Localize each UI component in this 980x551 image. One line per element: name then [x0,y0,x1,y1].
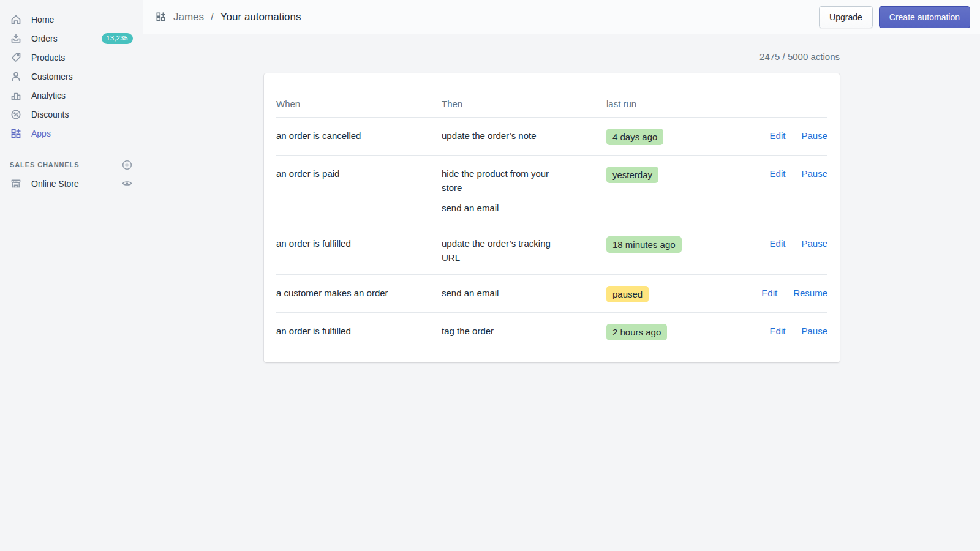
automation-trigger: an order is cancelled [276,129,420,143]
sales-channels-title: SALES CHANNELS [10,161,79,168]
main-content: 2475 / 5000 actions When Then last run a… [143,34,980,551]
automation-action: update the order’s tracking URL [442,236,571,264]
sidebar-item-label: Orders [31,34,58,43]
sidebar-item-label: Customers [31,72,73,81]
sidebar-item-orders[interactable]: Orders 13,235 [0,29,143,48]
sidebar-item-products[interactable]: Products [0,48,143,67]
automation-trigger: an order is fulfilled [276,236,420,250]
last-run-badge: 4 days ago [606,129,663,145]
sidebar-item-discounts[interactable]: Discounts [0,105,143,124]
automation-action: send an email [442,201,571,215]
sidebar-item-label: Apps [31,129,51,138]
topbar-actions: Upgrade Create automation [819,6,970,28]
add-sales-channel-icon[interactable] [121,159,133,171]
sidebar: Home Orders 13,235 Products Customers An… [0,0,143,551]
edit-link[interactable]: Edit [770,167,786,181]
breadcrumb: James / Your automations [155,11,301,23]
sidebar-item-label: Home [31,15,54,24]
discounts-icon [10,108,22,121]
automation-action: send an email [442,286,571,300]
breadcrumb-separator: / [211,11,214,23]
pause-link[interactable]: Pause [801,324,827,338]
apps-icon [10,127,22,140]
sidebar-item-customers[interactable]: Customers [0,67,143,86]
edit-link[interactable]: Edit [770,324,786,338]
table-row: an order is cancelled update the order’s… [276,118,827,156]
last-run-badge: 18 minutes ago [606,236,682,253]
table-row: an order is fulfilled update the order’s… [276,225,827,275]
automation-trigger: an order is fulfilled [276,324,420,338]
pause-link[interactable]: Pause [801,236,827,250]
topbar: James / Your automations Upgrade Create … [143,0,980,34]
apps-grid-icon [155,11,167,23]
table-row: an order is fulfilled tag the order 2 ho… [276,313,827,350]
automation-trigger: a customer makes an order [276,286,420,300]
column-header-then: Then [442,73,606,117]
automation-action: update the order’s note [442,129,571,143]
pause-link[interactable]: Pause [801,129,827,143]
home-icon [10,13,22,26]
pause-link[interactable]: Pause [801,167,827,181]
table-row: an order is paid hide the product from y… [276,156,827,225]
resume-link[interactable]: Resume [793,286,827,300]
edit-link[interactable]: Edit [770,129,786,143]
sidebar-item-label: Online Store [31,179,79,189]
sidebar-item-analytics[interactable]: Analytics [0,86,143,105]
storefront-icon [10,178,22,190]
last-run-badge: 2 hours ago [606,324,667,340]
actions-usage-counter: 2475 / 5000 actions [264,34,840,62]
table-row: a customer makes an order send an email … [276,275,827,313]
sidebar-item-label: Discounts [31,110,69,119]
sidebar-item-label: Analytics [31,91,66,100]
sidebar-item-apps[interactable]: Apps [0,124,143,143]
sidebar-item-label: Products [31,53,65,62]
table-header-row: When Then last run [276,73,827,118]
eye-icon[interactable] [121,178,133,189]
tag-icon [10,51,22,64]
last-run-badge: yesterday [606,167,658,183]
upgrade-button[interactable]: Upgrade [819,6,873,28]
breadcrumb-app-link[interactable]: James [173,11,204,23]
sidebar-item-home[interactable]: Home [0,10,143,29]
automation-action: hide the product from your store [442,167,571,195]
orders-icon [10,32,22,45]
automation-action: tag the order [442,324,571,338]
orders-count-badge: 13,235 [102,33,133,44]
customers-icon [10,70,22,83]
automation-trigger: an order is paid [276,167,420,181]
sidebar-item-online-store[interactable]: Online Store [0,174,143,193]
edit-link[interactable]: Edit [770,236,786,250]
create-automation-button[interactable]: Create automation [879,6,970,28]
paused-status-badge: paused [606,286,649,302]
column-header-actions [743,73,827,117]
column-header-when: When [276,73,442,117]
analytics-icon [10,89,22,102]
edit-link[interactable]: Edit [761,286,777,300]
page-title: Your automations [221,11,301,23]
sales-channels-header: SALES CHANNELS [0,156,143,174]
column-header-last-run: last run [606,73,743,117]
automations-card: When Then last run an order is cancelled… [264,73,840,362]
